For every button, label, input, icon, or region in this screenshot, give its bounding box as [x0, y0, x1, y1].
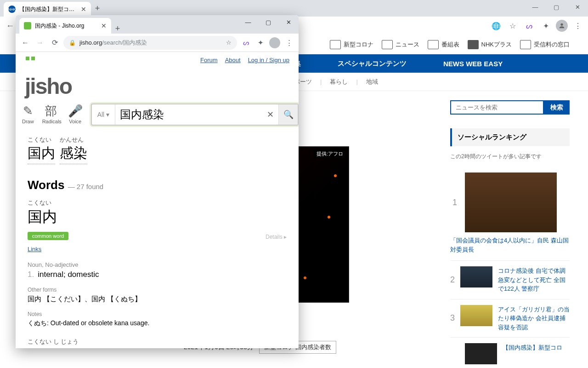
- entry-kanji: 国内: [28, 207, 287, 227]
- profile-avatar[interactable]: [556, 20, 568, 32]
- util-nhkplus[interactable]: NHKプラス: [468, 40, 512, 49]
- entry-details-link[interactable]: Details ▸: [266, 234, 287, 240]
- other-forms: 国内 【こくだい】、国内 【くぬち】: [28, 295, 287, 304]
- chrome-menu-icon[interactable]: ⋮: [571, 22, 584, 30]
- rank-title: コロナ感染後 自宅で体調急変などとして死亡 全国で122人 警察庁: [498, 266, 570, 293]
- util-fee[interactable]: 受信料の窓口: [520, 40, 570, 49]
- bookmark-star-icon[interactable]: ☆: [506, 22, 519, 30]
- forum-link[interactable]: Forum: [200, 57, 218, 63]
- ranking-heading: ソーシャルランキング: [450, 128, 570, 146]
- util-schedule[interactable]: 番組表: [428, 40, 459, 49]
- part-of-speech: Noun, No-adjective: [28, 261, 287, 268]
- rank-thumbnail: [460, 305, 492, 326]
- extension-icon[interactable]: ᔕ: [240, 39, 252, 47]
- news-search-input[interactable]: [450, 100, 544, 115]
- radicals-tool[interactable]: 部Radicals: [42, 105, 60, 124]
- window-maximize-button[interactable]: ▢: [546, 0, 567, 14]
- util-news[interactable]: ニュース: [382, 40, 419, 49]
- nav-item[interactable]: NEWS WEB EASY: [443, 60, 503, 68]
- search-input[interactable]: [115, 104, 262, 125]
- search-filter-dropdown[interactable]: All▾: [92, 104, 116, 125]
- video-credit: 提供:アフロ: [314, 150, 346, 158]
- popup-tab-jisho[interactable]: 国内感染 - Jisho.org ✕: [19, 18, 111, 34]
- extensions-puzzle-icon[interactable]: ✦: [254, 39, 266, 47]
- notes-text: くぬち: Out-dated or obsolete kana usage.: [28, 319, 287, 328]
- about-link[interactable]: About: [225, 57, 241, 63]
- rank-thumbnail: [465, 343, 497, 364]
- entry-reading: こくない: [28, 199, 287, 207]
- sense-definition: 1.internal; domestic: [28, 270, 287, 279]
- jisho-popup-window: 国内感染 - Jisho.org ✕ + — ▢ ✕ ← → ⟳ 🔒 jisho…: [16, 15, 299, 348]
- popup-maximize-button[interactable]: ▢: [258, 15, 278, 29]
- chevron-down-icon: ▾: [106, 111, 109, 118]
- lock-icon: 🔒: [69, 40, 76, 46]
- popup-forward-button[interactable]: →: [34, 39, 46, 47]
- popup-new-tab-button[interactable]: +: [111, 24, 124, 34]
- nav-item[interactable]: スペシャルコンテンツ: [338, 59, 407, 68]
- browser-tab-nhk[interactable]: NHK 【国内感染】新型コロナ 65人死亡 6 ✕: [4, 2, 91, 17]
- other-forms-heading: Other forms: [28, 287, 287, 293]
- extension-icon[interactable]: ᔕ: [523, 22, 536, 30]
- util-label: 新型コロナ: [344, 40, 373, 49]
- rank-number: 2: [450, 275, 455, 285]
- search-icon: 🔍: [283, 109, 294, 120]
- nhk-favicon: NHK: [8, 6, 16, 13]
- back-button[interactable]: ←: [4, 21, 17, 31]
- subnav-item[interactable]: 地域: [366, 78, 378, 86]
- notes-heading: Notes: [28, 311, 287, 317]
- clear-search-button[interactable]: ✕: [262, 104, 278, 125]
- radical-icon: 部: [42, 105, 60, 117]
- window-close-button[interactable]: ✕: [567, 0, 588, 14]
- popup-profile-avatar[interactable]: [269, 37, 280, 48]
- rank-number: 3: [450, 313, 455, 323]
- window-minimize-button[interactable]: —: [525, 0, 546, 14]
- bookmark-star-icon[interactable]: ☆: [226, 39, 232, 46]
- rank-title: アイス「ガリガリ君」の当たり棒偽造か 会社員逮捕 容疑を否認: [498, 305, 570, 332]
- popup-tab-title: 国内感染 - Jisho.org: [35, 22, 97, 30]
- microphone-icon: 🎤: [68, 105, 83, 117]
- news-search-button[interactable]: 検索: [544, 100, 570, 115]
- ranking-item[interactable]: 3 アイス「ガリガリ君」の当たり棒偽造か 会社員逮捕 容疑を否認: [450, 299, 570, 338]
- util-label: ニュース: [396, 40, 419, 49]
- translate-icon[interactable]: 🌐: [490, 22, 503, 30]
- close-tab-icon[interactable]: ✕: [81, 6, 86, 13]
- subnav-item[interactable]: 暮らし: [330, 78, 348, 86]
- jisho-favicon: [24, 22, 31, 29]
- extensions-puzzle-icon[interactable]: ✦: [539, 22, 552, 30]
- term-segment[interactable]: こくない 国内: [28, 136, 55, 164]
- entry-links[interactable]: Links: [28, 246, 41, 253]
- address-bar[interactable]: 🔒 jisho.org/search/国内感染 ☆: [63, 36, 237, 50]
- rank-thumbnail: [465, 172, 557, 232]
- term-segment[interactable]: かんせん 感染: [60, 136, 87, 164]
- draw-tool[interactable]: ✎Draw: [22, 105, 34, 124]
- close-tab-icon[interactable]: ✕: [101, 22, 107, 29]
- ranking-item[interactable]: 【国内感染】新型コロ: [450, 338, 570, 368]
- popup-close-button[interactable]: ✕: [278, 15, 299, 29]
- ranking-note: この2時間のツイートが多い記事です: [450, 153, 570, 161]
- popup-minimize-button[interactable]: —: [238, 15, 258, 29]
- popup-reload-button[interactable]: ⟳: [49, 38, 61, 47]
- popup-back-button[interactable]: ←: [19, 39, 31, 47]
- tab-title: 【国内感染】新型コロナ 65人死亡 6: [19, 6, 77, 13]
- words-heading: Words — 27 found: [28, 178, 287, 192]
- ranking-item[interactable]: 2 コロナ感染後 自宅で体調急変などとして死亡 全国で122人 警察庁: [450, 261, 570, 299]
- next-entry-reading: こくない し じょう: [28, 338, 287, 346]
- url-text: jisho.org/search/国内感染: [79, 39, 222, 47]
- rank-title: 【国内感染】新型コロ: [503, 343, 562, 364]
- svg-point-0: [560, 23, 563, 26]
- popup-chrome-menu-icon[interactable]: ⋮: [283, 39, 295, 47]
- common-word-badge: common word: [28, 232, 68, 240]
- jisho-logo[interactable]: jisho: [25, 57, 72, 96]
- util-corona[interactable]: 新型コロナ: [330, 40, 373, 49]
- rank-title: 「国会議員の会食は4人以内に」自民 森山国対委員長: [450, 236, 570, 254]
- util-label: 受信料の窓口: [534, 40, 570, 49]
- util-label: NHKプラス: [481, 40, 512, 49]
- util-label: 番組表: [441, 40, 459, 49]
- voice-tool[interactable]: 🎤Voice: [68, 105, 83, 124]
- new-tab-button[interactable]: +: [91, 4, 104, 13]
- rank-thumbnail: [460, 266, 492, 288]
- pencil-icon: ✎: [22, 105, 34, 117]
- search-submit-button[interactable]: 🔍: [278, 104, 298, 125]
- login-link[interactable]: Log in / Sign up: [248, 57, 289, 63]
- ranking-item[interactable]: 1 「国会議員の会食は4人以内に」自民 森山国対委員長: [450, 167, 570, 261]
